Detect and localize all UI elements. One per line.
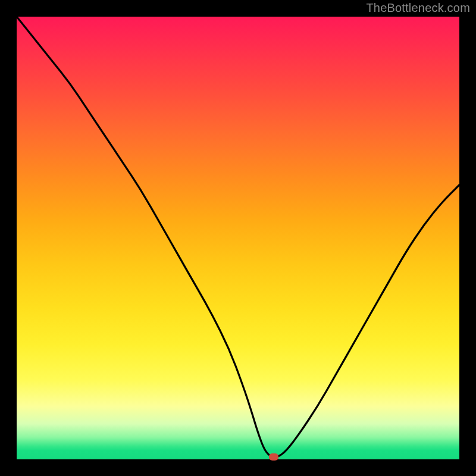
bottleneck-curve-path [17, 17, 459, 457]
watermark-text: TheBottleneck.com [366, 1, 470, 15]
chart-frame: TheBottleneck.com [0, 0, 476, 476]
curve-svg [17, 17, 459, 459]
plot-area [17, 17, 459, 459]
curve-minimum-marker [269, 453, 278, 461]
